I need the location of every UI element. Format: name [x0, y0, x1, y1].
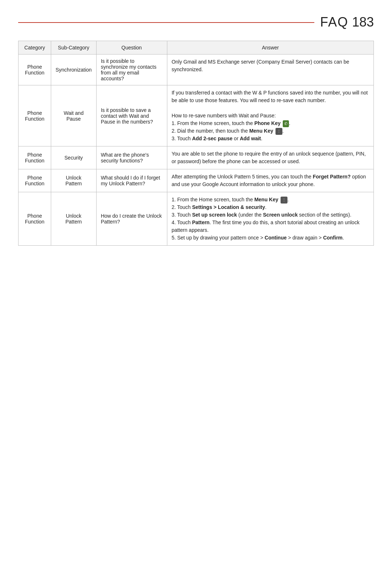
- table-row: Phone FunctionSecurityWhat are the phone…: [19, 146, 374, 169]
- cell-subcategory: Security: [51, 146, 97, 169]
- col-header-answer: Answer: [167, 41, 373, 55]
- page: FAQ 183 Category Sub-Category Question A…: [0, 0, 392, 564]
- page-title: FAQ: [320, 15, 348, 30]
- cell-category: Phone Function: [19, 146, 51, 169]
- menu-key-icon: ⋮: [275, 128, 282, 135]
- cell-question: How do I create the Unlock Pattern?: [96, 192, 167, 246]
- cell-question: What should I do if I forget my Unlock P…: [96, 169, 167, 192]
- cell-answer: 1. From the Home screen, touch the Menu …: [167, 192, 373, 246]
- cell-category: Phone Function: [19, 192, 51, 246]
- cell-subcategory: Wait and Pause: [51, 85, 97, 146]
- col-header-subcategory: Sub-Category: [51, 41, 97, 55]
- table-row: Phone FunctionUnlock PatternWhat should …: [19, 169, 374, 192]
- col-header-category: Category: [19, 41, 51, 55]
- cell-answer: If you transferred a contact with the W …: [167, 85, 373, 146]
- faq-table: Category Sub-Category Question Answer Ph…: [18, 41, 374, 246]
- phone-key-icon: ✆: [283, 120, 289, 127]
- cell-category: Phone Function: [19, 169, 51, 192]
- cell-question: Is it possible to save a contact with Wa…: [96, 85, 167, 146]
- cell-question: What are the phone's security functions?: [96, 146, 167, 169]
- cell-category: Phone Function: [19, 55, 51, 85]
- cell-question: Is it possible to synchronize my contact…: [96, 55, 167, 85]
- page-number: 183: [352, 15, 374, 30]
- col-header-question: Question: [96, 41, 167, 55]
- menu-key-icon: ⋮: [281, 197, 287, 204]
- cell-category: Phone Function: [19, 85, 51, 146]
- cell-answer: After attempting the Unlock Pattern 5 ti…: [167, 169, 373, 192]
- cell-subcategory: Unlock Pattern: [51, 192, 97, 246]
- header-line: [18, 22, 314, 23]
- page-header: FAQ 183: [18, 15, 374, 30]
- cell-answer: You are able to set the phone to require…: [167, 146, 373, 169]
- table-row: Phone FunctionUnlock PatternHow do I cre…: [19, 192, 374, 246]
- table-row: Phone FunctionWait and PauseIs it possib…: [19, 85, 374, 146]
- cell-subcategory: Unlock Pattern: [51, 169, 97, 192]
- cell-subcategory: Synchronization: [51, 55, 97, 85]
- cell-answer: Only Gmail and MS Exchange server (Compa…: [167, 55, 373, 85]
- table-row: Phone FunctionSynchronizationIs it possi…: [19, 55, 374, 85]
